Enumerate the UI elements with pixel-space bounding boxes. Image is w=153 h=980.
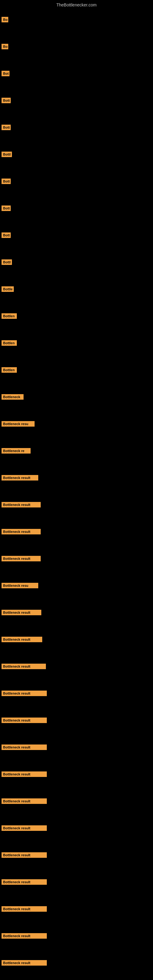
list-item: Bottleneck — [0, 383, 153, 410]
list-item: Bottleneck result — [0, 545, 153, 572]
bottleneck-label: Bo — [2, 44, 8, 49]
list-item: Bo — [0, 33, 153, 60]
list-item: Bottleneck result — [0, 734, 153, 761]
list-item: Bottl — [0, 141, 153, 168]
bottleneck-label: Bottl — [2, 259, 12, 265]
list-item: Bottleneck result — [0, 626, 153, 653]
list-item: Bottleneck result — [0, 464, 153, 491]
bottleneck-label: Bottleneck result — [2, 637, 42, 642]
list-item: Bottlen — [0, 356, 153, 383]
list-item: Bott — [0, 114, 153, 141]
bottleneck-label: Bottlen — [2, 313, 17, 319]
bottleneck-label: Bottleneck — [2, 394, 24, 400]
bottleneck-label: Bottleneck result — [2, 718, 47, 723]
bottleneck-label: Bott — [2, 98, 11, 103]
list-item: Bottleneck result — [0, 653, 153, 680]
bottleneck-label: Bottleneck result — [2, 529, 41, 535]
bottleneck-label: Bott — [2, 205, 11, 211]
list-item: Bottleneck result — [0, 842, 153, 869]
bottleneck-label: Bottl — [2, 151, 12, 157]
list-item: Bott — [0, 195, 153, 222]
bottleneck-label: Bot — [2, 71, 10, 76]
list-item: Bott — [0, 222, 153, 249]
list-item: Bo — [0, 6, 153, 33]
bottleneck-label: Bottleneck result — [2, 502, 41, 508]
list-item: Bottleneck result — [0, 950, 153, 976]
bottleneck-label: Bott — [2, 232, 11, 238]
list-item: Bottleneck result — [0, 599, 153, 626]
bottleneck-label: Bottleneck result — [2, 825, 47, 831]
bottleneck-label: Bottlen — [2, 340, 17, 346]
bottleneck-label: Bott — [2, 178, 11, 184]
list-item: Bottleneck resu — [0, 410, 153, 438]
bottleneck-label: Bottlen — [2, 367, 17, 373]
list-item: Bottleneck result — [0, 761, 153, 788]
bottleneck-label: Bottleneck result — [2, 475, 38, 480]
list-item: Bott — [0, 87, 153, 114]
bottleneck-label: Bottleneck result — [2, 610, 41, 615]
list-item: Bottleneck result — [0, 923, 153, 950]
bottleneck-label: Bottleneck result — [2, 852, 47, 858]
list-item: Bottleneck result — [0, 518, 153, 545]
list-item: Bottleneck re — [0, 438, 153, 464]
items-container: BoBoBotBottBottBottlBottBottBottBottlBot… — [0, 6, 153, 976]
bottleneck-label: Bottleneck result — [2, 906, 47, 912]
bottleneck-label: Bottleneck result — [2, 772, 47, 777]
list-item: Bottl — [0, 249, 153, 275]
bottleneck-label: Bo — [2, 17, 8, 22]
list-item: Bottleneck result — [0, 707, 153, 734]
list-item: Bot — [0, 60, 153, 87]
bottleneck-label: Bottleneck result — [2, 556, 41, 562]
bottleneck-label: Bott — [2, 125, 11, 130]
list-item: Bottleneck result — [0, 788, 153, 815]
bottleneck-label: Bottleneck result — [2, 690, 47, 696]
bottleneck-label: Bottleneck result — [2, 879, 47, 885]
list-item: Bott — [0, 168, 153, 195]
bottleneck-label: Bottleneck resu — [2, 421, 35, 426]
list-item: Bottleneck result — [0, 815, 153, 842]
bottleneck-label: Bottleneck result — [2, 663, 46, 669]
list-item: Bottle — [0, 275, 153, 302]
list-item: Bottleneck result — [0, 896, 153, 923]
bottleneck-label: Bottleneck result — [2, 799, 47, 804]
bottleneck-label: Bottleneck re — [2, 448, 30, 453]
list-item: Bottleneck result — [0, 680, 153, 707]
list-item: Bottlen — [0, 302, 153, 329]
list-item: Bottleneck resu — [0, 572, 153, 599]
bottleneck-label: Bottleneck resu — [2, 583, 38, 588]
bottleneck-label: Bottleneck result — [2, 960, 47, 966]
list-item: Bottlen — [0, 329, 153, 356]
bottleneck-label: Bottleneck result — [2, 933, 47, 939]
bottleneck-label: Bottleneck result — [2, 745, 47, 750]
bottleneck-label: Bottle — [2, 286, 14, 292]
list-item: Bottleneck result — [0, 869, 153, 896]
list-item: Bottleneck result — [0, 491, 153, 518]
